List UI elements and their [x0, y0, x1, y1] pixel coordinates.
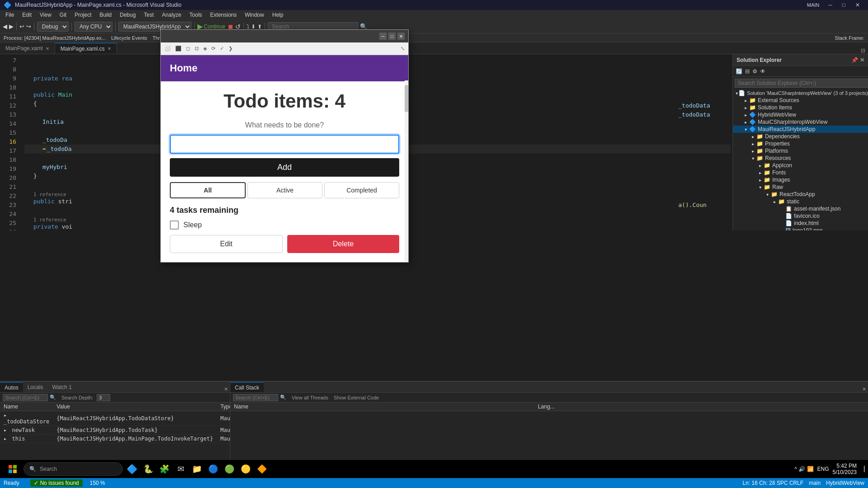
tree-logo192[interactable]: ▸ 🖼 logo192.png — [733, 227, 868, 230]
tree-hybridwebview[interactable]: ▸ 🔷 HybridWebView — [733, 111, 868, 118]
floating-close-btn[interactable]: ✕ — [397, 33, 405, 40]
filter-completed-button[interactable]: Completed — [324, 182, 399, 198]
tree-resources[interactable]: ▾ 📁 Resources — [733, 155, 868, 162]
tab-mainpage-xaml-cs-close[interactable]: ✕ — [107, 46, 111, 51]
search-icon[interactable]: 🔍 — [360, 23, 367, 30]
back-btn[interactable]: ◀ — [3, 23, 7, 30]
taskbar-icon-vs[interactable]: 🔷 — [125, 461, 139, 477]
ft-expand-btn[interactable]: ⤡ — [399, 45, 406, 52]
search-depth-input[interactable] — [97, 394, 110, 401]
ft-btn4[interactable]: ⊡ — [193, 45, 201, 52]
tree-solution[interactable]: ▾ 📄 Solution 'MauiCSharpInteropWebView' … — [733, 89, 868, 97]
tree-fonts[interactable]: ▸ 📁 Fonts — [733, 169, 868, 176]
step-out-icon[interactable]: ⬆ — [257, 23, 262, 30]
step-over-icon[interactable]: ⤵ — [247, 23, 249, 30]
taskbar-start-button[interactable] — [4, 461, 22, 477]
tree-raw[interactable]: ▾ 📁 Raw — [733, 183, 868, 191]
ft-btn7[interactable]: ✓ — [218, 45, 226, 52]
tree-images[interactable]: ▸ 📁 Images — [733, 176, 868, 183]
forward-btn[interactable]: ▶ — [9, 23, 14, 30]
taskbar-icon-7[interactable]: 🟡 — [238, 461, 253, 477]
tree-external-sources[interactable]: ▸ 📁 External Sources — [733, 97, 868, 104]
taskbar-icon-2[interactable]: 🧩 — [157, 461, 172, 477]
taskbar-icon-5[interactable]: 🔵 — [206, 461, 220, 477]
menu-extensions[interactable]: Extensions — [206, 11, 240, 19]
tab-watch1[interactable]: Watch 1 — [47, 382, 76, 392]
sol-properties-icon[interactable]: ⚙ — [751, 67, 758, 75]
ft-btn3[interactable]: ◻ — [184, 45, 192, 52]
panel-close-icon[interactable]: ✕ — [860, 57, 864, 63]
floating-minimize-btn[interactable]: ─ — [379, 33, 387, 40]
menu-window[interactable]: Window — [241, 11, 268, 19]
solution-explorer-toggle[interactable]: ⊟ — [858, 47, 868, 54]
tab-locals[interactable]: Locals — [23, 382, 48, 392]
close-button[interactable]: ✕ — [851, 1, 864, 9]
delete-button[interactable]: Delete — [287, 235, 399, 253]
panel-pin-icon[interactable]: 📌 — [851, 57, 858, 63]
tree-deps[interactable]: ▸ 📁 Dependencies — [733, 133, 868, 140]
tree-appicon[interactable]: ▸ 📁 AppIcon — [733, 162, 868, 169]
menu-edit[interactable]: Edit — [19, 11, 35, 19]
callstack-search-input[interactable] — [233, 394, 278, 401]
autos-search-btn[interactable]: 🔍 — [50, 394, 56, 400]
tab-mainpage-xaml-cs[interactable]: MainPage.xaml.cs ✕ — [55, 43, 117, 54]
taskbar-clock[interactable]: 5:42 PM 5/10/2023 — [833, 463, 857, 475]
ft-btn1[interactable]: ⬜ — [163, 45, 173, 52]
expand-icon-0[interactable]: ▸ — [4, 412, 7, 418]
ft-btn5[interactable]: ◈ — [201, 45, 209, 52]
ft-btn8[interactable]: ❯ — [227, 45, 234, 52]
tree-index-html[interactable]: ▸ 📄 index.html — [733, 220, 868, 227]
undo-icon[interactable]: ↩ — [19, 23, 24, 30]
debug-config-dropdown[interactable]: Debug — [37, 22, 69, 32]
ft-btn2[interactable]: ⬛ — [173, 45, 183, 52]
tree-platforms[interactable]: ▸ 📁 Platforms — [733, 147, 868, 155]
tab-callstack[interactable]: Call Stack — [230, 382, 264, 392]
callstack-search-btn[interactable]: 🔍 — [280, 394, 286, 400]
tree-mauicsharp[interactable]: ▸ 🔷 MauiCSharpInteropWebView — [733, 118, 868, 126]
view-all-threads-btn[interactable]: View all Threads — [292, 395, 328, 400]
taskbar-show-desktop[interactable]: ▕ — [860, 466, 864, 472]
show-external-btn[interactable]: Show External Code — [334, 395, 379, 400]
sol-refresh-icon[interactable]: 🔄 — [735, 67, 743, 75]
todo-input[interactable] — [170, 135, 399, 154]
minimize-button[interactable]: ─ — [824, 1, 837, 9]
menu-view[interactable]: View — [36, 11, 55, 19]
taskbar-icon-1[interactable]: 🐍 — [141, 461, 155, 477]
sol-collapse-icon[interactable]: ⊟ — [744, 67, 751, 75]
menu-test[interactable]: Test — [140, 11, 158, 19]
taskbar-icon-4[interactable]: 📁 — [190, 461, 204, 477]
tab-mainpage-xaml-close[interactable]: ✕ — [46, 46, 49, 51]
todo-add-button[interactable]: Add — [170, 158, 399, 177]
floating-maximize-btn[interactable]: □ — [388, 33, 396, 40]
menu-build[interactable]: Build — [96, 11, 116, 19]
tree-reacttodoapp[interactable]: ▾ 📁 ReactTodoApp — [733, 191, 868, 198]
tab-mainpage-xaml[interactable]: MainPage.xaml ✕ — [0, 43, 55, 54]
status-issues[interactable]: ✓ No issues found — [30, 479, 83, 487]
maximize-button[interactable]: □ — [838, 1, 850, 9]
menu-tools[interactable]: Tools — [186, 11, 205, 19]
taskbar-tray-icons[interactable]: ^ 🔊 📶 — [794, 466, 813, 472]
redo-icon[interactable]: ↪ — [26, 23, 31, 30]
tree-static[interactable]: ▸ 📁 static — [733, 198, 868, 205]
task-sleep-checkbox[interactable] — [170, 221, 179, 230]
filter-active-button[interactable]: Active — [247, 182, 322, 198]
app-scrollbar-thumb[interactable] — [405, 85, 408, 112]
menu-project[interactable]: Project — [71, 11, 95, 19]
filter-all-button[interactable]: All — [170, 182, 246, 198]
menu-debug[interactable]: Debug — [116, 11, 139, 19]
menu-help[interactable]: Help — [269, 11, 287, 19]
tree-props[interactable]: ▸ 📁 Properties — [733, 140, 868, 147]
tree-solution-items[interactable]: ▸ 📁 Solution Items — [733, 104, 868, 111]
platform-dropdown[interactable]: Any CPU — [75, 22, 112, 32]
expand-icon-2[interactable]: ▸ — [4, 436, 7, 442]
taskbar-icon-8[interactable]: 🔶 — [255, 461, 269, 477]
autos-panel-close[interactable]: ✕ — [222, 386, 230, 392]
taskbar-icon-3[interactable]: ✉ — [173, 461, 188, 477]
taskbar-search-box[interactable]: 🔍 Search — [23, 462, 123, 476]
tree-favicon[interactable]: ▸ 📄 favicon.ico — [733, 212, 868, 220]
sol-show-all-icon[interactable]: 👁 — [759, 67, 766, 75]
menu-analyze[interactable]: Analyze — [159, 11, 185, 19]
menu-file[interactable]: File — [2, 11, 18, 19]
solution-explorer-search[interactable] — [735, 79, 868, 88]
app-scrollbar[interactable] — [405, 80, 408, 262]
